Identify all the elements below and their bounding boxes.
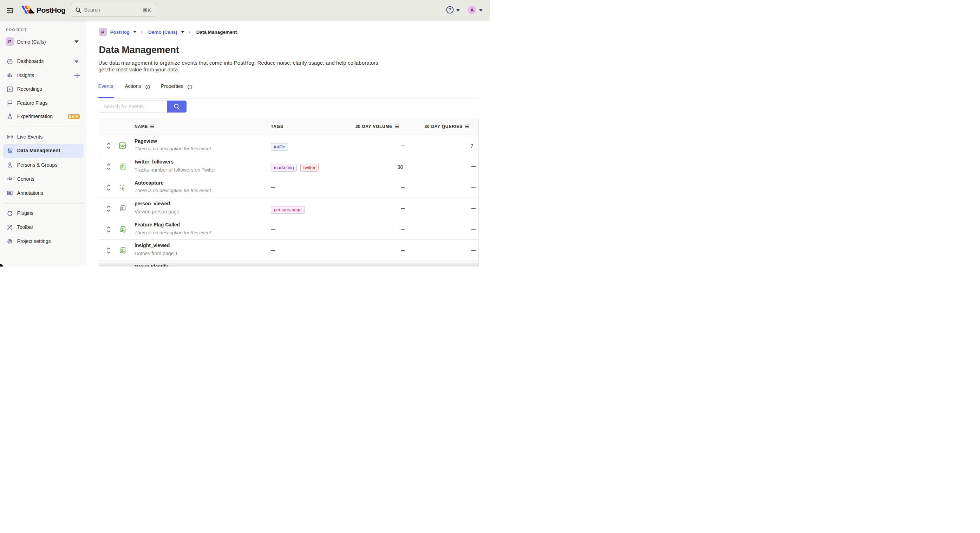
svg-text:E: E	[122, 206, 124, 209]
svg-text:?: ?	[448, 7, 451, 12]
svg-text:E: E	[122, 164, 124, 168]
svg-text:E: E	[122, 248, 124, 252]
svg-text:E: E	[122, 227, 124, 231]
svg-text:E: E	[10, 148, 11, 152]
